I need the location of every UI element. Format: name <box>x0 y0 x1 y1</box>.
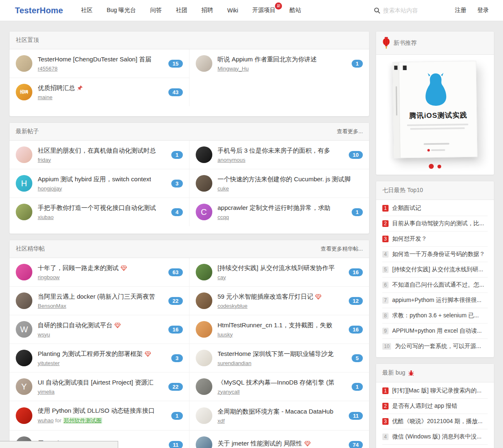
hot-topic-item[interactable]: 6不知道自己问什么面试通不过。怎... <box>382 278 488 293</box>
avatar[interactable] <box>16 292 32 309</box>
post-title-link[interactable]: 使用 Python 测试 DLL/SO 动态链接库接口 <box>38 407 166 415</box>
post-title-link[interactable]: 听说 Appium 作者重回北京为你讲述 <box>218 56 346 63</box>
post-author-link[interactable]: yitutester <box>38 360 60 366</box>
post-title-link[interactable]: 手机号后 3 位是你未来房子的面积，有多 <box>218 147 343 155</box>
nav-item[interactable]: 酷站 <box>282 7 308 14</box>
nav-item[interactable]: Bug 曝光台 <box>100 7 143 14</box>
avatar[interactable]: H <box>16 175 32 192</box>
hot-topic-item[interactable]: 5[持续交付实践] 从交付流水线到研... <box>382 262 488 278</box>
nav-item[interactable]: 问答 <box>143 7 169 14</box>
bug-item[interactable]: 5百度 MTC-远程真机调试页面-面... <box>382 445 488 448</box>
avatar[interactable] <box>196 146 212 163</box>
post-author-link[interactable]: surendiandian <box>218 360 252 366</box>
bug-item[interactable]: 3优酷《晓说》20121004 期，播放... <box>382 414 488 429</box>
nav-item[interactable]: 开源项目新 <box>245 7 282 14</box>
post-author-link[interactable]: wuhao <box>38 417 53 424</box>
post-author-link[interactable]: xiubao <box>38 214 53 220</box>
avatar[interactable] <box>16 55 32 72</box>
post-title-link[interactable]: 自研的接口自动化测试平台 <box>38 321 163 329</box>
avatar[interactable] <box>196 175 212 192</box>
post-title-link[interactable]: 十年了，回顾一路走来的测试 <box>38 264 163 272</box>
post-author-link[interactable]: xdf <box>218 418 225 424</box>
post-author-link[interactable]: Mingway_Hu <box>218 66 249 72</box>
hot-topic-item[interactable]: 7appium+Pythom 运行脚本很很很... <box>382 293 488 308</box>
avatar[interactable] <box>16 264 32 280</box>
post-author-link[interactable]: hongjojjay <box>38 185 62 192</box>
post-title-link[interactable]: Appium 测试 hybird 应用，switch context <box>38 175 166 183</box>
avatar[interactable] <box>196 55 212 72</box>
post-title-link[interactable]: 手把手教你打造一个可视化接口自动化测试 <box>38 204 166 212</box>
post-title-link[interactable]: 全周期的数据环境方案 - Macaca DataHub <box>218 408 344 416</box>
post-title-link[interactable]: 社区里的朋友们，在真机做自动化测试时总 <box>38 147 166 155</box>
post-author-link[interactable]: cay <box>218 274 226 280</box>
post-author-link[interactable]: wsyu <box>38 331 50 338</box>
search-input[interactable] <box>383 7 450 14</box>
post-author-link[interactable]: maine <box>38 94 52 100</box>
nav-item[interactable]: Wiki <box>220 7 245 14</box>
post-title-link[interactable]: appcrawler 定制文件运行时抛异常，求助 <box>218 204 346 212</box>
avatar[interactable] <box>196 378 212 395</box>
post-author-link[interactable]: zyanycall <box>218 389 240 395</box>
avatar[interactable] <box>16 146 32 163</box>
post-title-link[interactable]: UI 自动化测试项目 [Airtest Project] 资源汇 <box>38 379 163 387</box>
avatar[interactable] <box>196 407 212 424</box>
post-author-link[interactable]: cuke <box>218 185 229 192</box>
hot-topic-item[interactable]: 2目前从事自动驾驶方向的测试，比... <box>382 216 488 231</box>
avatar[interactable] <box>16 407 32 424</box>
post-title-link[interactable]: TesterHome [ChengDuTester Salon] 首届 <box>38 56 163 63</box>
hot-topic-item[interactable]: 10为公司写的一套系统，可以开源... <box>382 339 488 354</box>
post-author-link[interactable]: BensonMax <box>38 303 66 309</box>
nav-item[interactable]: 社区 <box>74 7 100 14</box>
post-title-link[interactable]: 当阿里云遇上 docker (萌新入门三天两夜苦 <box>38 293 163 301</box>
hot-topic-item[interactable]: 4如何造一千万条身份证号码的数据？ <box>382 247 488 262</box>
avatar[interactable] <box>196 350 212 366</box>
bug-item[interactable]: 1[钉钉][Mac 版] 聊天记录搜索内的... <box>382 383 488 399</box>
bug-item[interactable]: 4微信 (Windows 版) 消息列表中没... <box>382 429 488 445</box>
post-title-link[interactable]: 一个快速的方法来创建你的 Cucumber. js 测试脚 <box>218 175 363 183</box>
avatar[interactable] <box>196 436 212 448</box>
hot-topic-item[interactable]: 9APPIUM+python 用 excel 自动读... <box>382 324 488 339</box>
avatar[interactable]: C <box>196 204 212 220</box>
avatar[interactable]: 招聘 <box>16 84 32 100</box>
avatar[interactable]: W <box>16 321 32 338</box>
brand-logo[interactable]: TesterHome <box>15 6 63 15</box>
bug-item[interactable]: 2是否有人遇到过 app 报错 <box>382 399 488 414</box>
post-author-link[interactable]: anonymous <box>218 157 245 163</box>
avatar[interactable]: Y <box>16 378 32 395</box>
post-author-link[interactable]: friday <box>38 157 51 163</box>
post-title-link[interactable]: 59 元小米智能插座改造客厅灯日记 <box>218 293 343 301</box>
latest-more-link[interactable]: 查看更多... <box>337 128 363 135</box>
register-link[interactable]: 注册 <box>450 7 472 14</box>
pinned-panel-title: 社区置顶 <box>16 37 39 44</box>
rank-item-text: appium+Pythom 运行脚本很很很... <box>392 297 481 304</box>
post-author-link[interactable]: yimelia <box>38 389 54 395</box>
hot-topic-item[interactable]: 3如何怼开发？ <box>382 231 488 247</box>
avatar[interactable] <box>196 292 212 309</box>
post-title-link[interactable]: TesterHome 深圳线下第一期职业辅导沙龙 <box>218 350 346 358</box>
post-author-link[interactable]: ccqq <box>218 214 229 220</box>
post-author-link[interactable]: ringboow <box>38 274 60 280</box>
book-cover[interactable]: 腾讯iOS测试实践 <box>392 61 477 158</box>
post-title-link[interactable]: 《MySQL 技术内幕—InnoDB 存储引擎 (第 <box>218 379 346 387</box>
post-title-link[interactable]: 优质招聘汇总 <box>38 84 163 92</box>
avatar[interactable] <box>16 350 32 366</box>
post-title-link[interactable]: 关于 jmeter 性能测试的 局限性 <box>218 440 343 448</box>
avatar[interactable] <box>196 321 212 338</box>
post-author-link[interactable]: luusky <box>218 331 233 338</box>
post-title-link[interactable]: [持续交付实践] 从交付流水线到研发协作平 <box>218 264 343 272</box>
excellent-more-link[interactable]: 查看更多精华帖... <box>321 245 363 253</box>
avatar[interactable] <box>16 204 32 220</box>
nav-item[interactable]: 社团 <box>169 7 194 14</box>
carousel-dot[interactable] <box>437 165 441 168</box>
nav-item[interactable]: 招聘 <box>194 7 220 14</box>
post-author-link[interactable]: codeskyblue <box>218 303 248 309</box>
post-group-link[interactable]: 郑州软件测试圈 <box>63 417 102 424</box>
hot-topic-item[interactable]: 1企鹅面试记 <box>382 201 488 216</box>
post-title-link[interactable]: HtmlTestRunner_cn 1.1，支持截图，失败 <box>218 321 343 329</box>
login-link[interactable]: 登录 <box>472 7 494 14</box>
post-author-link[interactable]: r455678 <box>38 66 58 72</box>
hot-topic-item[interactable]: 8求教：python 3.6 + selenium 已... <box>382 308 488 324</box>
post-title-link[interactable]: Planting 为测试工程师开发的部署框架 <box>38 350 166 358</box>
carousel-dot-active[interactable] <box>429 164 434 169</box>
avatar[interactable] <box>196 264 212 280</box>
